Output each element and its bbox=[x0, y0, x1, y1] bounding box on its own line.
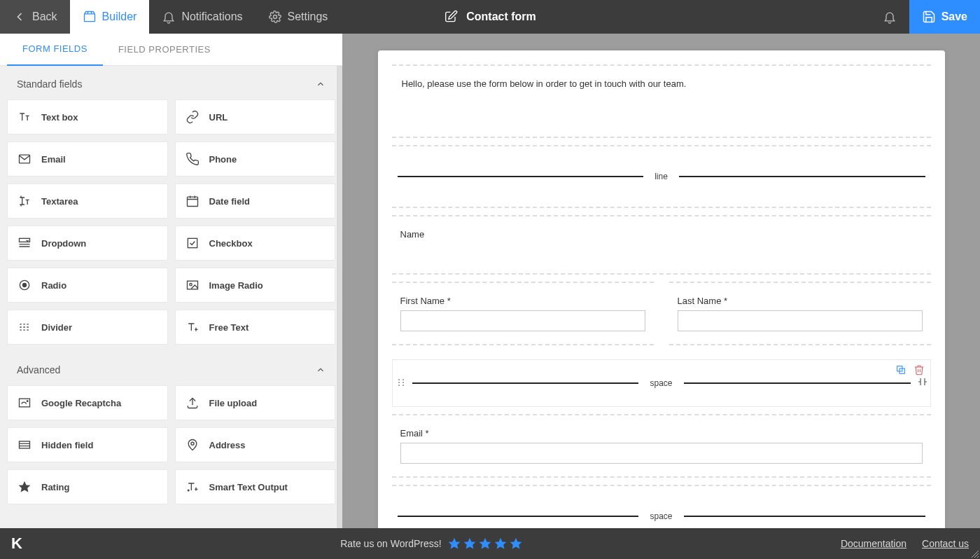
svg-rect-13 bbox=[20, 441, 30, 448]
field-dropdown[interactable]: Dropdown bbox=[7, 226, 168, 261]
svg-point-20 bbox=[402, 379, 404, 380]
svg-marker-27 bbox=[479, 538, 491, 549]
bell-button[interactable] bbox=[870, 0, 909, 34]
svg-point-19 bbox=[398, 379, 400, 380]
drop-zone[interactable]: Name bbox=[392, 215, 931, 275]
accordion-advanced[interactable]: Advanced bbox=[0, 352, 342, 385]
text-icon bbox=[18, 110, 31, 124]
field-divider[interactable]: Divider bbox=[7, 310, 168, 345]
field-radio[interactable]: Radio bbox=[7, 268, 168, 303]
space-label: space bbox=[650, 378, 672, 388]
field-text-box[interactable]: Text box bbox=[7, 99, 168, 134]
form-surface: Hello, please use the form below in orde… bbox=[378, 50, 945, 528]
save-label: Save bbox=[941, 11, 967, 23]
svg-point-11 bbox=[27, 401, 28, 402]
field-image-radio[interactable]: Image Radio bbox=[175, 268, 336, 303]
field-rating[interactable]: Rating bbox=[7, 469, 168, 504]
checkbox-icon bbox=[186, 236, 200, 250]
svg-point-23 bbox=[398, 385, 400, 386]
back-button[interactable]: Back bbox=[0, 0, 70, 34]
field-date[interactable]: Date field bbox=[175, 184, 336, 219]
field-checkbox[interactable]: Checkbox bbox=[175, 226, 336, 261]
field-phone[interactable]: Phone bbox=[175, 142, 336, 177]
drop-zone[interactable]: Email * bbox=[392, 414, 931, 478]
logo: K bbox=[11, 534, 22, 553]
email-input[interactable] bbox=[400, 443, 923, 464]
link-icon bbox=[186, 110, 200, 124]
rating-stars[interactable] bbox=[447, 537, 523, 551]
star-icon bbox=[18, 480, 31, 494]
svg-marker-28 bbox=[494, 538, 506, 549]
svg-point-14 bbox=[190, 442, 193, 445]
field-email[interactable]: Email bbox=[7, 142, 168, 177]
edit-icon[interactable] bbox=[444, 10, 458, 24]
upload-icon bbox=[186, 396, 200, 410]
field-file-upload[interactable]: File upload bbox=[175, 385, 336, 420]
svg-rect-5 bbox=[188, 238, 197, 247]
first-name-label: First Name * bbox=[400, 296, 645, 306]
calendar-icon bbox=[186, 194, 200, 208]
last-name-input[interactable] bbox=[678, 310, 923, 331]
builder-icon bbox=[83, 10, 97, 24]
page-title: Contact form bbox=[466, 11, 536, 23]
resize-handle-icon[interactable] bbox=[918, 377, 927, 389]
tab-settings[interactable]: Settings bbox=[255, 0, 341, 34]
link-contact-us[interactable]: Contact us bbox=[922, 538, 969, 549]
recaptcha-icon bbox=[18, 396, 31, 410]
free-text-icon bbox=[186, 320, 200, 334]
drop-zone[interactable]: Hello, please use the form below in orde… bbox=[392, 64, 931, 138]
svg-marker-25 bbox=[448, 538, 460, 549]
tab-notifications[interactable]: Notifications bbox=[149, 0, 255, 34]
save-button[interactable]: Save bbox=[909, 0, 980, 34]
drop-zone[interactable]: Last Name * bbox=[669, 282, 931, 345]
form-canvas[interactable]: Hello, please use the form below in orde… bbox=[342, 34, 980, 528]
drag-handle-icon[interactable] bbox=[397, 377, 405, 389]
space-label-2: space bbox=[650, 511, 672, 521]
drop-zone[interactable]: space bbox=[392, 485, 931, 528]
field-url[interactable]: URL bbox=[175, 99, 336, 134]
top-bar: Back Builder Notifications Settings Cont… bbox=[0, 0, 980, 34]
trash-icon[interactable] bbox=[913, 364, 925, 375]
bell-icon bbox=[883, 10, 897, 24]
email-label: Email * bbox=[400, 428, 923, 439]
line-label: line bbox=[654, 172, 668, 181]
line-divider[interactable]: line bbox=[392, 151, 931, 202]
pin-icon bbox=[186, 438, 200, 452]
svg-point-7 bbox=[23, 284, 27, 287]
hidden-icon bbox=[18, 438, 31, 452]
field-hidden[interactable]: Hidden field bbox=[7, 427, 168, 462]
drop-zone[interactable]: line bbox=[392, 145, 931, 208]
svg-marker-29 bbox=[510, 538, 522, 549]
chevron-left-icon bbox=[13, 10, 27, 24]
svg-point-9 bbox=[189, 284, 191, 286]
name-heading: Name bbox=[400, 229, 425, 240]
intro-text: Hello, please use the form below in orde… bbox=[400, 78, 923, 89]
first-name-input[interactable] bbox=[400, 310, 645, 331]
sidebar-tabs: FORM FIELDS FIELD PROPERTIES bbox=[0, 34, 342, 66]
window-resize-icon[interactable] bbox=[970, 549, 979, 558]
field-recaptcha[interactable]: Google Recaptcha bbox=[7, 385, 168, 420]
duplicate-icon[interactable] bbox=[895, 364, 906, 375]
field-textarea[interactable]: Textarea bbox=[7, 184, 168, 219]
drop-zone[interactable]: First Name * bbox=[392, 282, 654, 345]
star-icon bbox=[478, 537, 492, 551]
chevron-up-icon bbox=[316, 79, 326, 89]
divider-icon bbox=[18, 320, 31, 334]
link-documentation[interactable]: Documentation bbox=[841, 538, 906, 549]
bell-icon bbox=[162, 10, 176, 24]
page-title-group: Contact form bbox=[444, 10, 536, 24]
tab-builder[interactable]: Builder bbox=[70, 0, 150, 34]
tab-field-properties[interactable]: FIELD PROPERTIES bbox=[103, 34, 226, 65]
field-smart-text[interactable]: Smart Text Output bbox=[175, 469, 336, 504]
tab-form-fields[interactable]: FORM FIELDS bbox=[7, 34, 103, 66]
svg-rect-0 bbox=[84, 14, 94, 22]
accordion-standard[interactable]: Standard fields bbox=[0, 66, 342, 99]
svg-point-16 bbox=[188, 490, 189, 491]
field-free-text[interactable]: Free Text bbox=[175, 310, 336, 345]
scrollbar[interactable] bbox=[337, 66, 342, 528]
space-divider[interactable]: space bbox=[392, 490, 931, 528]
space-row-selected[interactable]: space bbox=[392, 359, 931, 407]
rate-text: Rate us on WordPress! bbox=[340, 538, 441, 549]
field-address[interactable]: Address bbox=[175, 427, 336, 462]
save-icon bbox=[922, 10, 936, 24]
